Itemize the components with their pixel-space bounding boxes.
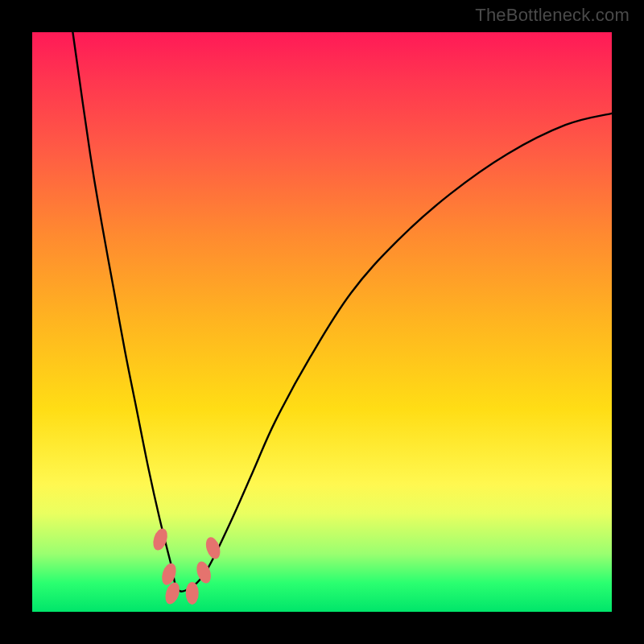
watermark-text: TheBottleneck.com (475, 5, 630, 26)
marker-f (204, 535, 223, 561)
chart-area (32, 32, 612, 612)
bottleneck-curve (32, 32, 612, 612)
marker-d (186, 582, 199, 605)
